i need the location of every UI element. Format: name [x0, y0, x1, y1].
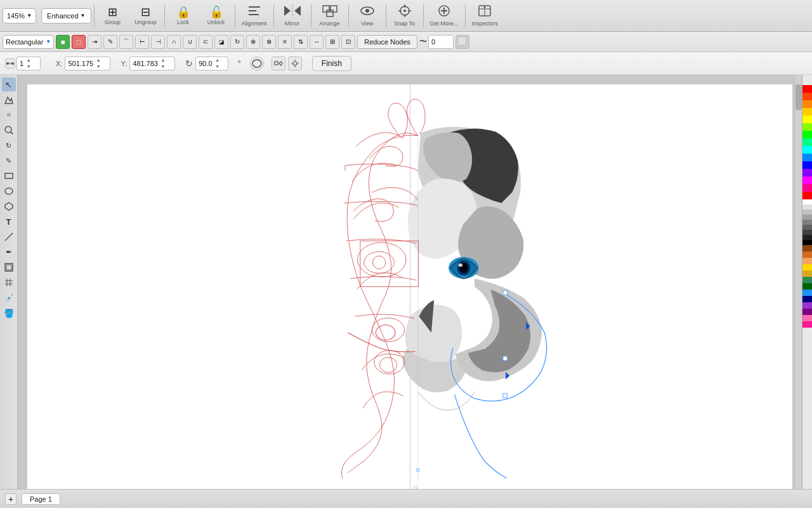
- inspectors-button[interactable]: Inspectors: [468, 1, 502, 30]
- y-stepper[interactable]: ▲ ▼: [159, 57, 167, 70]
- tool-toggle-11[interactable]: ≡: [278, 35, 292, 49]
- swatch-blue[interactable]: [802, 154, 812, 161]
- rotation-up[interactable]: ▲: [214, 57, 221, 64]
- swatch-white[interactable]: [802, 199, 812, 204]
- swatch-gray[interactable]: [802, 220, 812, 225]
- tool-toggle-8[interactable]: ↻: [230, 35, 244, 49]
- tool-toggle-3[interactable]: ⊣: [151, 35, 165, 49]
- swatch-red-2[interactable]: [802, 192, 812, 199]
- y-up[interactable]: ▲: [159, 57, 167, 64]
- reduce-nodes-button[interactable]: Reduce Nodes: [357, 35, 417, 49]
- tool-toggle-6[interactable]: ⊂: [199, 35, 213, 49]
- line-tool[interactable]: [2, 230, 16, 244]
- add-page-button[interactable]: +: [5, 493, 16, 505]
- swatch-magenta[interactable]: [802, 177, 812, 184]
- swatch-dark-orchid[interactable]: [802, 302, 812, 309]
- swatch-yellow-orange[interactable]: [802, 108, 812, 116]
- swatch-red[interactable]: [802, 85, 812, 93]
- swatch-silver[interactable]: [802, 210, 812, 215]
- node-edit-tool[interactable]: ✎: [103, 35, 117, 49]
- x-value-field[interactable]: 501.175 ▲ ▼: [65, 57, 110, 70]
- swatch-violet[interactable]: [802, 169, 812, 177]
- select-mode-outline[interactable]: □: [72, 35, 86, 49]
- swatch-dodger-blue[interactable]: [802, 290, 812, 296]
- swatch-darker-gray[interactable]: [802, 230, 812, 235]
- x-up[interactable]: ▲: [95, 57, 102, 64]
- tool-toggle-7[interactable]: ◪: [214, 35, 228, 49]
- scroll-thumb[interactable]: [796, 84, 802, 110]
- swatch-black[interactable]: [802, 240, 812, 245]
- swatch-sienna[interactable]: [802, 251, 812, 258]
- lock-button[interactable]: 🔒 Lock: [167, 1, 199, 30]
- node-count-up[interactable]: ▲: [25, 57, 32, 64]
- swatch-sea-green[interactable]: [802, 277, 812, 283]
- tool-toggle-4[interactable]: ∩: [167, 35, 181, 49]
- swatch-yellow[interactable]: [802, 116, 812, 123]
- ungroup-button[interactable]: ⊟ Ungroup: [130, 1, 162, 30]
- rectangle-tool[interactable]: [2, 169, 16, 183]
- node-count-stepper[interactable]: ▲ ▼: [25, 57, 32, 70]
- unlock-button[interactable]: 🔓 Unlock: [200, 1, 232, 30]
- tool-toggle-13[interactable]: ↔: [310, 35, 324, 49]
- alignment-button[interactable]: Alignment: [238, 1, 271, 30]
- swatch-light-gray[interactable]: [802, 204, 812, 210]
- swatch-near-black[interactable]: [802, 235, 812, 240]
- select-mode-fill[interactable]: ■: [56, 35, 70, 49]
- swatch-orange[interactable]: [802, 100, 812, 108]
- get-more-button[interactable]: Get More...: [426, 1, 462, 30]
- swatch-cyan[interactable]: [802, 146, 812, 154]
- select-tool[interactable]: ↖: [2, 77, 16, 91]
- mirror-button[interactable]: Mirror: [277, 1, 308, 30]
- swatch-hot-pink[interactable]: [802, 315, 812, 321]
- x-down[interactable]: ▼: [95, 64, 102, 70]
- swatch-gold[interactable]: [802, 264, 812, 271]
- freehand-tool[interactable]: ✎: [2, 154, 16, 168]
- tool-toggle-2[interactable]: ⊢: [135, 35, 149, 49]
- grid-tool[interactable]: [2, 276, 16, 290]
- swatch-sand[interactable]: [802, 258, 812, 264]
- swatch-dark-gray[interactable]: [802, 225, 812, 230]
- tool-toggle-15[interactable]: ⊡: [341, 35, 355, 49]
- tool-toggle-14[interactable]: ⊞: [325, 35, 339, 49]
- node-settings-btn[interactable]: [288, 57, 302, 70]
- eyedropper-tool[interactable]: 💉: [2, 291, 16, 305]
- pen-tool[interactable]: ✒: [2, 245, 16, 259]
- y-value-field[interactable]: 481.783 ▲ ▼: [129, 57, 175, 70]
- y-down[interactable]: ▼: [159, 64, 167, 70]
- tool-toggle-5[interactable]: ∪: [183, 35, 197, 49]
- node-convert-btn[interactable]: [272, 57, 285, 70]
- group-button[interactable]: ⊞ Group: [97, 1, 129, 30]
- vertical-scrollbar[interactable]: [794, 75, 802, 489]
- smooth-value-field[interactable]: 0: [428, 35, 454, 49]
- finish-button[interactable]: Finish: [312, 56, 351, 71]
- swatch-green-cyan[interactable]: [802, 138, 812, 146]
- rotation-down[interactable]: ▼: [214, 64, 221, 70]
- swatch-purple[interactable]: [802, 309, 812, 315]
- zoom-control[interactable]: 145% ▼: [3, 8, 36, 23]
- node-smooth-tool[interactable]: ⌒: [119, 35, 133, 49]
- node-count-down[interactable]: ▼: [25, 64, 32, 70]
- arrange-button[interactable]: Arrange: [314, 1, 346, 30]
- swatch-navy[interactable]: [802, 296, 812, 302]
- text-tool[interactable]: T: [2, 215, 16, 229]
- tool-toggle-10[interactable]: ⊗: [262, 35, 276, 49]
- crop-tool[interactable]: ⌗: [2, 108, 16, 122]
- x-stepper[interactable]: ▲ ▼: [95, 57, 102, 70]
- tool-toggle-1[interactable]: ⇥: [88, 35, 102, 49]
- view-button[interactable]: View: [351, 1, 383, 30]
- swatch-pink[interactable]: [802, 184, 812, 192]
- page-tab-1[interactable]: Page 1: [22, 493, 60, 505]
- snap-to-button[interactable]: Snap To: [389, 1, 421, 30]
- swatch-yellow-green[interactable]: [802, 123, 812, 131]
- rotation-stepper[interactable]: ▲ ▼: [214, 57, 221, 70]
- view-mode-control[interactable]: Enhanced ▼: [41, 8, 91, 23]
- swatch-dark-green[interactable]: [802, 283, 812, 290]
- node-tool[interactable]: [2, 93, 16, 107]
- canvas-area[interactable]: [18, 75, 802, 489]
- zoom-tool[interactable]: [2, 123, 16, 137]
- ellipse-tool[interactable]: [2, 184, 16, 198]
- shape-selector[interactable]: [250, 57, 264, 70]
- rotation-field[interactable]: 90.0 ▲ ▼: [195, 57, 228, 70]
- swatch-pure-blue[interactable]: [802, 161, 812, 169]
- swatch-medium-gray[interactable]: [802, 215, 812, 220]
